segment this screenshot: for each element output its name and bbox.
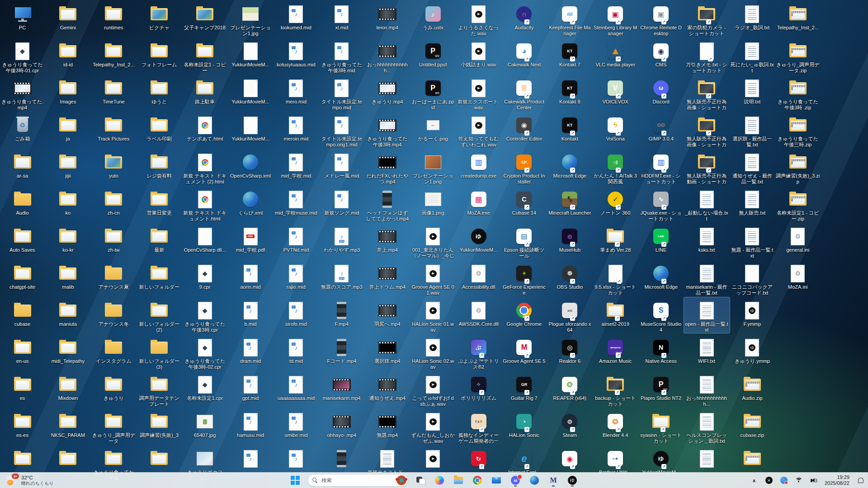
desktop-icon[interactable]: yuto [91,149,137,179]
desktop-icon[interactable]: 父子キャンプ2018 [182,1,228,31]
desktop-icon[interactable]: ⚙AWSSDK.Core.dll [456,297,501,327]
desktop-icon[interactable]: ♪xl.mid [319,1,364,31]
desktop-icon[interactable]: ↗無人販売不正行為動画 - ショートカット [684,149,730,185]
desktop-icon[interactable]: ♪MP3無題のスコア.mp3 [319,260,364,290]
tray-chevron-up-icon[interactable]: ∧ [748,474,760,487]
desktop-icon[interactable]: es [0,371,45,401]
desktop-icon[interactable]: ♪td.mid [273,334,319,364]
desktop-icon[interactable]: V↗VOICEVOX [593,75,638,105]
desktop-icon[interactable]: レジ袋有料 [137,149,182,179]
desktop-icon[interactable] [684,446,730,469]
desktop-icon[interactable]: F.mp4 [319,297,364,327]
desktop-icon[interactable]: ▶Groove Agent SE 01.wav [410,260,456,296]
desktop-icon[interactable]: きゅうり.mp4 [364,75,410,105]
desktop-icon[interactable]: ♪きゅうり食ってた午後3時.mid [319,38,364,74]
desktop-icon[interactable]: ヘッドフォンはずしててよかっt.mp4 [364,186,410,222]
desktop-icon[interactable]: アナウンス夏 [91,260,137,290]
desktop-icon[interactable]: PDFmid_学校.pdf [228,223,274,253]
desktop-icon[interactable]: ↗筆まめ Ver.28 [593,223,638,253]
desktop-icon[interactable]: PNT2おーばーまにあ.ppsf [410,75,456,111]
desktop-icon[interactable]: en-us [0,334,45,364]
desktop-icon[interactable]: ✦↗GeForce Experience [501,260,547,296]
desktop-icon[interactable]: ラベル印刷 [137,112,182,142]
desktop-icon[interactable]: Images [45,75,91,105]
desktop-icon[interactable]: きゅうり食ってた.mp4 [0,75,45,111]
desktop-icon[interactable]: OpenCvSharp.dll... [182,223,228,253]
desktop-icon[interactable]: ◔↗HALion Sonic [501,408,547,438]
desktop-icon[interactable]: ♪タイトル未設定.tempo.orig1.mid [319,112,364,148]
desktop-icon[interactable]: manisekarin - 親作品一覧.txt [684,260,730,296]
desktop-icon[interactable]: cubase.zip [729,408,775,438]
desktop-icon[interactable]: ▶ずんだもん_しおかぜふ.wav [410,408,456,444]
desktop-icon[interactable]: 死にたい_ゅ歌詞.txt [729,38,775,74]
desktop-icon[interactable]: PNT2Untitled.ppsf [410,38,456,68]
desktop-icon[interactable]: ↗9.5.xlsx - ショートカット [593,260,638,296]
wifi-icon[interactable] [793,474,805,487]
desktop-icon[interactable]: ♪ [228,446,274,469]
desktop-icon[interactable]: 画像1.png [410,186,456,216]
desktop-icon[interactable]: ニコニコバックアップコード.txt [729,260,775,296]
desktop-icon[interactable]: ゆ↗YukkuriMovieM... [638,446,684,475]
desktop-icon[interactable]: es-es [0,408,45,438]
desktop-icon[interactable]: ▶ [410,446,456,469]
desktop-icon[interactable]: open - 親作品一覧.txt [684,297,730,333]
desktop-icon[interactable]: amazonmusic↗Amazon Music [593,334,638,364]
desktop-icon[interactable]: 選択肢.mp4 [364,334,410,364]
desktop-icon[interactable]: ♪b.mid [228,297,274,327]
desktop-icon[interactable]: ♪uaaaaaaaaa.mid [273,371,319,401]
desktop-icon[interactable]: KT↗Kontakt 8 [547,75,593,105]
desktop-icon[interactable]: ≡★↗Brother Utiliti... [593,446,638,475]
desktop-icon[interactable]: Track Pictures [91,112,137,142]
desktop-icon[interactable]: きゅうり_調声用データ.zip [775,38,821,74]
desktop-icon[interactable]: ∩↗Audacity [501,1,547,31]
desktop-icon[interactable]: ko-kr [45,223,91,253]
desktop-icon[interactable]: ▶001_東北きりたん（ノーマル）_今じゃ... [410,223,456,259]
desktop-icon[interactable]: KT↗Kontakt 7 [547,38,593,68]
desktop-icon[interactable]: YukkuriMovieM... [228,112,274,142]
desktop-icon[interactable]: ゆうと [137,75,182,105]
desktop-icon[interactable]: ♪aorin.mid [228,260,274,290]
desktop-icon[interactable]: ▶答え知っててもむずいわこれ.wav [456,112,501,148]
desktop-icon[interactable]: ◎↗Reaktor 6 [547,334,593,364]
tray-blue-app-icon[interactable] [778,474,790,487]
desktop-icon[interactable]: 通知うぜえ.mp4 [364,371,410,401]
desktop-icon[interactable]: _起動しない場合.txt [684,186,730,222]
desktop-icon[interactable]: 調声練習(失敗)_3 [137,408,182,438]
desktop-icon[interactable]: ↗Google Chrome [501,297,547,327]
tray-x-app-icon[interactable]: ✕ [763,474,775,487]
desktop-icon[interactable]: YukkuriMovieM... [228,75,274,105]
desktop-icon[interactable]: 新しいフォルダー (3) [137,334,182,370]
desktop-icon[interactable]: ↗Microsoft Edge [638,260,684,290]
desktop-icon[interactable]: Telepathy_Inst_2... [91,38,137,68]
desktop-icon[interactable]: 通知うぜえ - 親作品一覧.txt [729,149,775,185]
desktop-icon[interactable]: ♪mid_学校muse.mid [273,186,319,216]
desktop-icon[interactable]: ☸↗OBS Studio [547,260,593,290]
desktop-icon[interactable]: CP↗Crypton Product Installer [501,149,547,185]
desktop-icon[interactable]: ♪メドレー風.mid [319,149,364,179]
desktop-icon[interactable]: cubase [0,297,45,327]
desktop-icon[interactable]: zh-cn [91,186,137,216]
desktop-icon[interactable]: ◆名称未設定1.cpr [182,371,228,401]
desktop-icon[interactable]: id-id [45,38,91,68]
desktop-icon[interactable]: ↗無人販売不正行為画像 - ショートカツ... [684,75,730,111]
desktop-icon[interactable]: ◆きゅうり食ってた午後3時-01.cpr [0,38,45,74]
desktop-icon[interactable] [45,446,91,469]
desktop-icon[interactable]: 無題.mp4 [364,408,410,438]
desktop-icon[interactable]: ◁)↗かんたん！AITalk 3 関西風 [593,149,638,185]
desktop-icon[interactable]: 無題 - 親作品一覧.txt [729,223,775,259]
desktop-icon[interactable]: きゅうり_調声用データ [91,408,137,444]
desktop-icon[interactable]: GR↗Guitar Rig 7 [501,371,547,401]
desktop-icon[interactable]: ❂↗Blender 4.4 [593,408,638,438]
desktop-icon[interactable]: chatgpt-site [0,260,45,290]
volume-icon[interactable]: )) [808,474,820,487]
desktop-icon[interactable]: ja [45,112,91,142]
desktop-icon[interactable]: アナウンス冬 [91,297,137,327]
desktop-icon[interactable]: ♪hamusu.mid [228,408,274,438]
desktop-icon[interactable]: ↗syasinn - ショートカット [638,408,684,444]
desktop-icon[interactable]: ↗airset2-2019 [593,297,638,327]
desktop-icon[interactable]: ω↗Discord [638,75,684,105]
desktop-icon[interactable]: 井上.mp4 [364,223,410,253]
desktop-icon[interactable]: 新しいフォルダー (2) [137,297,182,333]
desktop-icon[interactable]: ◕↗Cakewalk Next [501,38,547,68]
desktop-icon[interactable]: Mixdown [45,371,91,401]
